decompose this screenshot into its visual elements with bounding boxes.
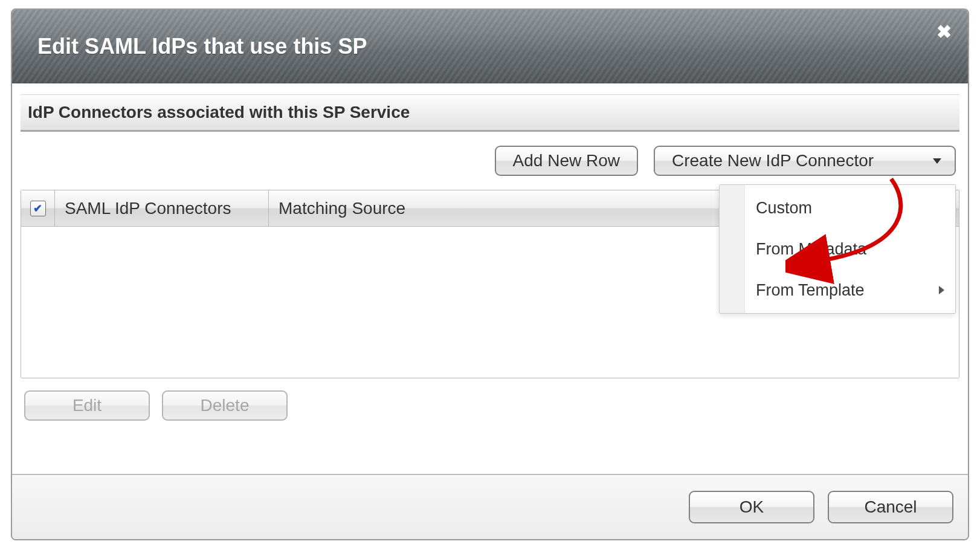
create-new-idp-connector-label: Create New IdP Connector: [672, 151, 874, 170]
toolbar: Add New Row Create New IdP Connector Cus…: [21, 132, 959, 190]
menu-items: Custom From Metadata From Template: [745, 187, 955, 311]
dialog-body: IdP Connectors associated with this SP S…: [12, 83, 968, 432]
dialog-title: Edit SAML IdPs that use this SP: [37, 34, 367, 59]
column-header-connectors[interactable]: SAML IdP Connectors: [55, 190, 269, 226]
menu-gutter: [720, 185, 745, 313]
create-new-idp-connector-dropdown[interactable]: Create New IdP Connector Custom From Met…: [654, 146, 956, 176]
delete-button[interactable]: Delete: [162, 390, 288, 421]
create-connector-menu: Custom From Metadata From Template: [719, 184, 956, 314]
add-new-row-label: Add New Row: [513, 151, 620, 170]
menu-item-custom[interactable]: Custom: [745, 187, 955, 228]
cancel-button[interactable]: Cancel: [828, 491, 953, 523]
table-action-buttons: Edit Delete: [21, 390, 959, 432]
edit-button-label: Edit: [73, 396, 102, 415]
select-all-checkbox[interactable]: ✔: [30, 201, 46, 216]
section-header: IdP Connectors associated with this SP S…: [21, 94, 959, 132]
column-header-select-all[interactable]: ✔: [21, 190, 55, 226]
chevron-right-icon: [939, 286, 944, 294]
dialog-footer: OK Cancel: [12, 474, 968, 539]
close-icon[interactable]: ✖: [934, 23, 953, 42]
add-new-row-button[interactable]: Add New Row: [495, 146, 638, 176]
delete-button-label: Delete: [201, 396, 250, 415]
menu-item-from-metadata[interactable]: From Metadata: [745, 228, 955, 270]
chevron-down-icon: [933, 158, 941, 164]
column-header-matching-source-label: Matching Source: [279, 199, 405, 218]
section-title: IdP Connectors associated with this SP S…: [28, 103, 410, 122]
menu-item-from-template-label: From Template: [756, 281, 865, 300]
edit-button[interactable]: Edit: [24, 390, 150, 421]
menu-item-from-template[interactable]: From Template: [745, 270, 955, 311]
column-header-connectors-label: SAML IdP Connectors: [65, 199, 231, 218]
dialog-edit-saml-idps: Edit SAML IdPs that use this SP ✖ IdP Co…: [11, 8, 969, 540]
ok-button[interactable]: OK: [689, 491, 814, 523]
cancel-button-label: Cancel: [864, 497, 917, 517]
ok-button-label: OK: [740, 497, 764, 517]
menu-item-from-metadata-label: From Metadata: [756, 240, 866, 259]
menu-item-custom-label: Custom: [756, 199, 812, 218]
dialog-header: Edit SAML IdPs that use this SP ✖: [12, 10, 968, 83]
